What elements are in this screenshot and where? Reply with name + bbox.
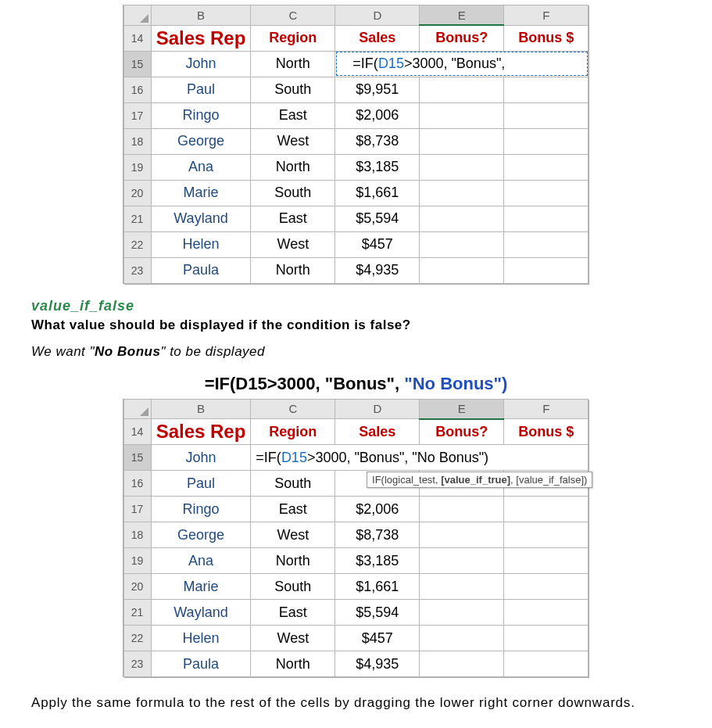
cell2-F21[interactable] <box>504 600 589 626</box>
cell2-B21[interactable]: Wayland <box>151 600 251 626</box>
row-17[interactable]: 17 <box>123 102 151 128</box>
col2-F[interactable]: F <box>504 399 589 419</box>
cell-E21[interactable] <box>420 206 504 231</box>
row-18[interactable]: 18 <box>123 128 151 154</box>
cell-C19[interactable]: North <box>251 154 335 180</box>
cell-F17[interactable] <box>504 102 589 128</box>
row2-15[interactable]: 15 <box>123 445 151 471</box>
cell2-C20[interactable]: South <box>251 574 335 600</box>
cell-D22[interactable]: $457 <box>335 231 420 257</box>
cell-C18[interactable]: West <box>251 128 335 154</box>
cell-D18[interactable]: $8,738 <box>335 128 420 154</box>
cell2-B15[interactable]: John <box>151 445 251 471</box>
cell2-E22[interactable] <box>420 626 504 651</box>
header2-region[interactable]: Region <box>251 419 335 445</box>
header2-bonus-q[interactable]: Bonus? <box>420 419 504 445</box>
cell2-C18[interactable]: West <box>251 522 335 548</box>
cell2-F18[interactable] <box>504 522 589 548</box>
cell2-D19[interactable]: $3,185 <box>335 548 420 574</box>
row-23[interactable]: 23 <box>123 257 151 283</box>
cell2-E20[interactable] <box>420 574 504 600</box>
cell2-D23[interactable]: $4,935 <box>335 651 420 677</box>
cell-E20[interactable] <box>420 180 504 206</box>
col-E[interactable]: E <box>420 5 504 26</box>
cell2-C17[interactable]: East <box>251 497 335 522</box>
cell2-D21[interactable]: $5,594 <box>335 600 420 626</box>
cell-C21[interactable]: East <box>251 206 335 231</box>
cell-C15[interactable]: North <box>251 51 335 77</box>
cell-C20[interactable]: South <box>251 180 335 206</box>
col-C[interactable]: C <box>251 5 335 26</box>
col2-B[interactable]: B <box>151 399 251 419</box>
cell2-F20[interactable] <box>504 574 589 600</box>
formula-editing-cell-2[interactable]: =IF(D15>3000, "Bonus", "No Bonus") IF(lo… <box>251 445 589 471</box>
cell2-D18[interactable]: $8,738 <box>335 522 420 548</box>
row2-20[interactable]: 20 <box>123 574 151 600</box>
header2-sales[interactable]: Sales <box>335 419 420 445</box>
cell2-F22[interactable] <box>504 626 589 651</box>
cell-E19[interactable] <box>420 154 504 180</box>
header-bonus-q[interactable]: Bonus? <box>420 25 504 51</box>
row2-16[interactable]: 16 <box>123 471 151 497</box>
cell-D19[interactable]: $3,185 <box>335 154 420 180</box>
cell2-B18[interactable]: George <box>151 522 251 548</box>
row2-21[interactable]: 21 <box>123 600 151 626</box>
row-21[interactable]: 21 <box>123 206 151 231</box>
row-14[interactable]: 14 <box>123 25 151 51</box>
row2-18[interactable]: 18 <box>123 522 151 548</box>
cell-B22[interactable]: Helen <box>151 231 251 257</box>
cell-D16[interactable]: $9,951 <box>335 77 420 102</box>
cell-E23[interactable] <box>420 257 504 283</box>
cell2-C23[interactable]: North <box>251 651 335 677</box>
cell2-E21[interactable] <box>420 600 504 626</box>
cell2-C16[interactable]: South <box>251 471 335 497</box>
cell2-C19[interactable]: North <box>251 548 335 574</box>
row2-17[interactable]: 17 <box>123 497 151 522</box>
header-bonus-amt[interactable]: Bonus $ <box>504 25 589 51</box>
cell-B21[interactable]: Wayland <box>151 206 251 231</box>
cell-D23[interactable]: $4,935 <box>335 257 420 283</box>
cell2-C22[interactable]: West <box>251 626 335 651</box>
cell-B16[interactable]: Paul <box>151 77 251 102</box>
formula-editing-cell[interactable]: =IF(D15>3000, "Bonus", <box>335 51 589 77</box>
cell-B19[interactable]: Ana <box>151 154 251 180</box>
cell-F18[interactable] <box>504 128 589 154</box>
cell-F21[interactable] <box>504 206 589 231</box>
cell2-B17[interactable]: Ringo <box>151 497 251 522</box>
cell-C17[interactable]: East <box>251 102 335 128</box>
cell-B23[interactable]: Paula <box>151 257 251 283</box>
cell-D17[interactable]: $2,006 <box>335 102 420 128</box>
cell-F20[interactable] <box>504 180 589 206</box>
cell-B15[interactable]: John <box>151 51 251 77</box>
select-all-corner[interactable] <box>123 5 151 26</box>
header-sales-rep[interactable]: Sales Rep <box>151 25 251 51</box>
row-20[interactable]: 20 <box>123 180 151 206</box>
row-15[interactable]: 15 <box>123 51 151 77</box>
cell-E22[interactable] <box>420 231 504 257</box>
row-19[interactable]: 19 <box>123 154 151 180</box>
cell2-F17[interactable] <box>504 497 589 522</box>
row2-23[interactable]: 23 <box>123 651 151 677</box>
col2-D[interactable]: D <box>335 399 420 419</box>
cell2-E18[interactable] <box>420 522 504 548</box>
cell2-B23[interactable]: Paula <box>151 651 251 677</box>
header2-sales-rep[interactable]: Sales Rep <box>151 419 251 445</box>
cell2-E19[interactable] <box>420 548 504 574</box>
cell2-F19[interactable] <box>504 548 589 574</box>
cell2-B22[interactable]: Helen <box>151 626 251 651</box>
cell2-B16[interactable]: Paul <box>151 471 251 497</box>
cell-F23[interactable] <box>504 257 589 283</box>
cell-C22[interactable]: West <box>251 231 335 257</box>
cell-F16[interactable] <box>504 77 589 102</box>
cell2-E17[interactable] <box>420 497 504 522</box>
header2-bonus-amt[interactable]: Bonus $ <box>504 419 589 445</box>
select-all-corner-2[interactable] <box>123 399 151 419</box>
cell-B17[interactable]: Ringo <box>151 102 251 128</box>
row2-19[interactable]: 19 <box>123 548 151 574</box>
cell2-D17[interactable]: $2,006 <box>335 497 420 522</box>
cell-B20[interactable]: Marie <box>151 180 251 206</box>
row2-14[interactable]: 14 <box>123 419 151 445</box>
cell-F22[interactable] <box>504 231 589 257</box>
cell-C23[interactable]: North <box>251 257 335 283</box>
cell2-B19[interactable]: Ana <box>151 548 251 574</box>
